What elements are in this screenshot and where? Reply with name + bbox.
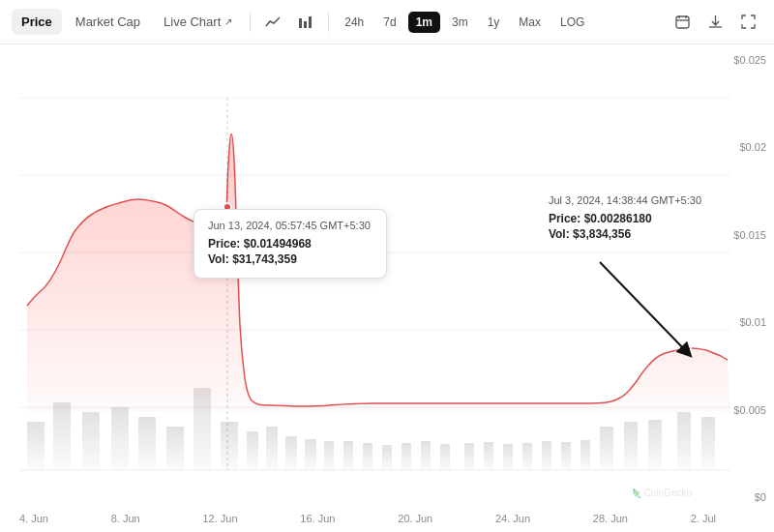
- tooltip1-price: Price: $0.01494968: [208, 237, 372, 251]
- svg-rect-45: [701, 417, 715, 470]
- svg-rect-17: [82, 412, 100, 470]
- external-link-icon: ↗: [224, 16, 232, 27]
- svg-rect-40: [580, 440, 590, 470]
- x-label-5: 24. Jun: [495, 513, 530, 524]
- y-label-1: $0.005: [733, 404, 766, 416]
- tooltip2-price: Price: $0.00286180: [549, 212, 701, 225]
- svg-rect-42: [624, 422, 638, 470]
- svg-rect-38: [542, 441, 551, 470]
- nav-bar: Price Market Cap Live Chart ↗ 24h 7d 1m …: [0, 0, 774, 44]
- time-btn-log[interactable]: LOG: [552, 12, 592, 33]
- tooltip-jun13: Jun 13, 2024, 05:57:45 GMT+5:30 Price: $…: [194, 209, 387, 279]
- svg-rect-16: [53, 402, 71, 470]
- svg-rect-24: [266, 427, 278, 470]
- svg-rect-29: [363, 443, 372, 470]
- svg-rect-28: [343, 441, 353, 470]
- svg-rect-37: [522, 443, 532, 470]
- svg-rect-2: [309, 16, 312, 28]
- chart-container: Price Market Cap Live Chart ↗ 24h 7d 1m …: [0, 0, 774, 532]
- time-btn-3m[interactable]: 3m: [444, 12, 476, 33]
- svg-rect-35: [484, 442, 493, 470]
- x-label-1: 8. Jun: [111, 513, 140, 524]
- svg-rect-23: [247, 431, 258, 470]
- tooltip2-vol: Vol: $3,834,356: [549, 227, 701, 241]
- svg-rect-15: [27, 422, 45, 470]
- svg-rect-39: [561, 442, 571, 470]
- chart-area[interactable]: Jun 13, 2024, 05:57:45 GMT+5:30 Price: $…: [0, 44, 774, 532]
- tooltip1-date: Jun 13, 2024, 05:57:45 GMT+5:30: [208, 220, 372, 231]
- fullscreen-icon[interactable]: [733, 8, 762, 37]
- svg-rect-3: [676, 16, 689, 28]
- svg-rect-33: [440, 444, 450, 470]
- x-label-4: 20. Jun: [398, 513, 432, 524]
- download-icon[interactable]: [700, 8, 729, 37]
- y-label-2: $0.01: [733, 316, 766, 328]
- svg-rect-22: [221, 422, 238, 470]
- svg-rect-19: [138, 417, 156, 470]
- x-label-3: 16. Jun: [300, 513, 335, 524]
- x-label-6: 28. Jun: [593, 513, 628, 524]
- y-label-0: $0: [733, 491, 766, 503]
- time-btn-1y[interactable]: 1y: [480, 12, 508, 33]
- nav-divider-2: [328, 13, 329, 32]
- x-label-0: 4. Jun: [19, 513, 48, 524]
- svg-rect-25: [285, 436, 297, 470]
- time-btn-24h[interactable]: 24h: [337, 12, 372, 33]
- y-label-3: $0.015: [733, 229, 766, 241]
- tooltip1-vol: Vol: $31,743,359: [208, 252, 372, 266]
- svg-rect-32: [421, 441, 431, 470]
- x-label-7: 2. Jul: [691, 513, 716, 524]
- price-chart-svg: [0, 44, 774, 532]
- x-label-2: 12. Jun: [202, 513, 237, 524]
- svg-rect-43: [648, 420, 662, 470]
- time-btn-7d[interactable]: 7d: [375, 12, 403, 33]
- svg-rect-1: [304, 21, 307, 28]
- svg-rect-31: [402, 443, 411, 470]
- tab-live-chart[interactable]: Live Chart ↗: [154, 9, 242, 35]
- bar-chart-icon[interactable]: [291, 8, 320, 37]
- line-chart-icon[interactable]: [258, 8, 287, 37]
- gecko-icon: 🦎: [631, 488, 641, 498]
- svg-rect-20: [166, 427, 184, 470]
- x-axis: 4. Jun 8. Jun 12. Jun 16. Jun 20. Jun 24…: [19, 513, 716, 524]
- time-btn-max[interactable]: Max: [511, 12, 549, 33]
- calendar-icon[interactable]: [668, 8, 697, 37]
- svg-rect-34: [464, 443, 474, 470]
- time-btn-1m[interactable]: 1m: [408, 12, 440, 33]
- tooltip2-date: Jul 3, 2024, 14:38:44 GMT+5:30: [549, 194, 701, 206]
- y-label-4: $0.02: [733, 141, 766, 153]
- svg-rect-26: [305, 439, 316, 470]
- coingecko-watermark: 🦎 CoinGecko: [631, 488, 692, 498]
- nav-divider: [250, 13, 251, 32]
- y-axis: $0.025 $0.02 $0.015 $0.01 $0.005 $0: [733, 44, 766, 532]
- tab-price[interactable]: Price: [12, 9, 62, 35]
- svg-rect-0: [299, 18, 302, 28]
- svg-rect-18: [111, 407, 129, 470]
- svg-rect-30: [382, 445, 392, 470]
- svg-rect-44: [677, 412, 691, 470]
- y-label-5: $0.025: [733, 54, 766, 66]
- svg-point-48: [683, 345, 691, 353]
- svg-rect-27: [324, 441, 334, 470]
- svg-rect-36: [503, 444, 513, 470]
- svg-rect-41: [600, 427, 613, 470]
- tab-market-cap[interactable]: Market Cap: [66, 9, 150, 35]
- tooltip-jul3: Jul 3, 2024, 14:38:44 GMT+5:30 Price: $0…: [549, 194, 701, 243]
